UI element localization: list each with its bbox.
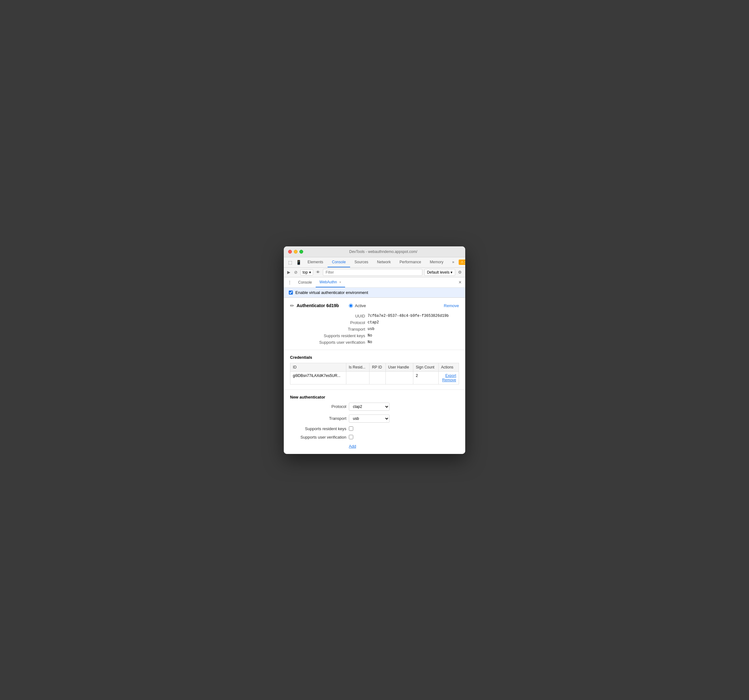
- cred-user-handle: [385, 371, 413, 384]
- console-toolbar: ▶ ⊘ top ▾ 👁 Default levels ▾ ⚙: [284, 268, 465, 277]
- authenticator-header: ✏ Authenticator 6d19b Active Remove: [290, 303, 459, 309]
- authenticator-name: Authenticator 6d19b: [297, 303, 339, 308]
- add-authenticator-link[interactable]: Add: [349, 444, 356, 449]
- cred-actions-cell: Export Remove: [438, 371, 459, 384]
- levels-select[interactable]: Default levels ▾: [424, 269, 455, 276]
- main-content: Enable virtual authenticator environment…: [284, 288, 465, 454]
- user-verification-label: Supports user verification: [303, 340, 365, 345]
- transport-value: usb: [368, 327, 459, 332]
- inspect-element-button[interactable]: ⬚: [286, 259, 294, 266]
- subtab-console[interactable]: Console: [294, 278, 316, 287]
- col-rp-id: RP ID: [370, 363, 386, 371]
- warning-badge[interactable]: ⚠ 3: [459, 259, 465, 265]
- edit-icon[interactable]: ✏: [290, 303, 294, 309]
- new-auth-title: New authenticator: [290, 395, 459, 400]
- tab-performance[interactable]: Performance: [395, 257, 425, 267]
- protocol-label: Protocol: [303, 320, 365, 325]
- context-label: top: [303, 270, 308, 274]
- tab-sources[interactable]: Sources: [350, 257, 373, 267]
- resident-keys-row: Supports resident keys: [290, 426, 459, 431]
- close-all-tabs-icon[interactable]: ×: [459, 280, 462, 285]
- subtabs-bar: ⋮ Console WebAuthn × ×: [284, 277, 465, 288]
- authenticator-section: ✏ Authenticator 6d19b Active Remove UUID…: [284, 298, 465, 350]
- maximize-button[interactable]: [300, 250, 303, 254]
- table-header-row: ID Is Resid... RP ID User Handle Sign Co…: [290, 363, 459, 371]
- new-user-verification-label: Supports user verification: [290, 435, 346, 440]
- enable-label: Enable virtual authenticator environment: [295, 290, 368, 295]
- tab-network[interactable]: Network: [373, 257, 395, 267]
- nav-right-controls: ⚠ 3 ⚙ ⋮: [459, 259, 465, 266]
- transport-label: Transport: [303, 327, 365, 332]
- dropdown-icon: ▾: [309, 270, 311, 274]
- credentials-title: Credentials: [290, 355, 459, 360]
- remove-authenticator-link[interactable]: Remove: [444, 303, 459, 308]
- new-resident-keys-label: Supports resident keys: [290, 426, 346, 431]
- eye-icon[interactable]: 👁: [315, 269, 321, 276]
- credentials-section: Credentials ID Is Resid... RP ID User Ha…: [284, 350, 465, 390]
- resident-keys-value: No: [368, 333, 459, 338]
- subtabs-menu-icon[interactable]: ⋮: [287, 280, 292, 285]
- active-label: Active: [355, 303, 366, 308]
- tab-more[interactable]: »: [448, 257, 459, 267]
- col-sign-count: Sign Count: [413, 363, 439, 371]
- table-row: gi9DBsn77iLAXdK7es5UR... 2 Export Remove: [290, 371, 459, 384]
- col-user-handle: User Handle: [385, 363, 413, 371]
- col-is-resident: Is Resid...: [346, 363, 369, 371]
- uuid-label: UUID: [303, 314, 365, 319]
- cred-id: gi9DBsn77iLAXdK7es5UR...: [290, 371, 346, 384]
- tab-console[interactable]: Console: [327, 257, 350, 267]
- close-button[interactable]: [288, 250, 292, 254]
- col-actions: Actions: [438, 363, 459, 371]
- new-transport-select[interactable]: usb nfc ble internal: [349, 415, 390, 423]
- levels-label: Default levels ▾: [427, 270, 452, 274]
- new-protocol-label: Protocol: [290, 404, 346, 409]
- titlebar: DevTools - webauthndemo.appspot.com/: [284, 247, 465, 257]
- transport-row: Transport usb nfc ble internal: [290, 415, 459, 423]
- window-title: DevTools - webauthndemo.appspot.com/: [306, 250, 461, 254]
- tab-memory[interactable]: Memory: [425, 257, 448, 267]
- export-link[interactable]: Export: [441, 374, 456, 378]
- context-selector[interactable]: top ▾: [300, 269, 313, 276]
- remove-credential-link[interactable]: Remove: [441, 378, 456, 382]
- new-authenticator-section: New authenticator Protocol ctap2 u2f Tra…: [284, 390, 465, 454]
- nav-tabs-bar: ⬚ 📱 Elements Console Sources Network Per…: [284, 257, 465, 268]
- warning-count: 3: [464, 260, 465, 264]
- warning-icon: ⚠: [460, 260, 464, 264]
- subtab-close-icon[interactable]: ×: [339, 280, 341, 284]
- filter-input[interactable]: [323, 269, 422, 276]
- subtab-webauthn[interactable]: WebAuthn ×: [316, 277, 345, 287]
- new-protocol-select[interactable]: ctap2 u2f: [349, 403, 390, 411]
- authenticator-info-grid: UUID 7cf6a7e2-0537-48c4-b9fe-f3653826d19…: [303, 314, 459, 345]
- add-button-row: Add: [290, 443, 459, 449]
- active-radio: Active: [349, 303, 366, 308]
- traffic-lights: [288, 250, 303, 254]
- active-radio-input[interactable]: [349, 304, 353, 308]
- new-transport-label: Transport: [290, 416, 346, 421]
- content-area: Enable virtual authenticator environment…: [284, 288, 465, 454]
- device-toggle-button[interactable]: 📱: [294, 259, 303, 266]
- protocol-row: Protocol ctap2 u2f: [290, 403, 459, 411]
- user-verification-value: No: [368, 340, 459, 345]
- protocol-value: ctap2: [368, 320, 459, 325]
- credentials-table: ID Is Resid... RP ID User Handle Sign Co…: [290, 363, 459, 384]
- new-resident-keys-checkbox[interactable]: [349, 426, 353, 431]
- col-id: ID: [290, 363, 346, 371]
- tab-elements[interactable]: Elements: [303, 257, 327, 267]
- new-user-verification-checkbox[interactable]: [349, 435, 353, 439]
- cred-sign-count: 2: [413, 371, 439, 384]
- devtools-window: DevTools - webauthndemo.appspot.com/ ⬚ 📱…: [284, 247, 465, 454]
- uuid-value: 7cf6a7e2-0537-48c4-b9fe-f3653826d19b: [368, 314, 459, 319]
- cred-is-resident: [346, 371, 369, 384]
- user-verification-row: Supports user verification: [290, 435, 459, 440]
- resident-keys-label: Supports resident keys: [303, 333, 365, 338]
- minimize-button[interactable]: [294, 250, 298, 254]
- cred-rp-id: [370, 371, 386, 384]
- enable-bar: Enable virtual authenticator environment: [284, 288, 465, 298]
- play-icon[interactable]: ▶: [286, 269, 291, 276]
- console-settings-icon[interactable]: ⚙: [457, 269, 463, 276]
- enable-checkbox[interactable]: [289, 291, 293, 295]
- block-icon[interactable]: ⊘: [293, 269, 298, 276]
